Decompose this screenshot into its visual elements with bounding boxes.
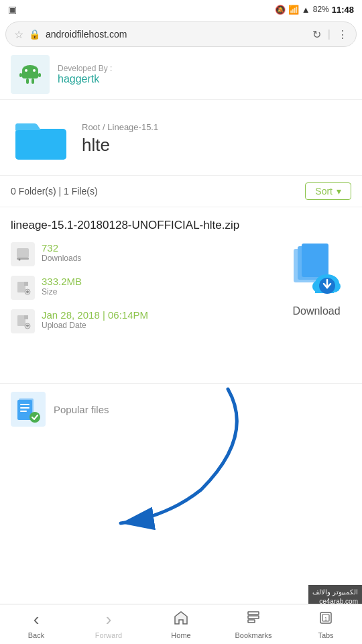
status-icons: 🔕 📶 ▲ 82% 11:48 — [275, 5, 354, 15]
popular-files-section: Popular files — [0, 383, 362, 435]
file-count-text: 0 Folder(s) | 1 File(s) — [11, 186, 98, 197]
sort-label: Sort — [315, 186, 333, 197]
breadcrumb-root[interactable]: Root — [82, 122, 100, 132]
svg-rect-33 — [20, 407, 29, 409]
size-value: 333.2MB — [42, 276, 82, 287]
upload-date-label: Upload Date — [42, 321, 148, 330]
url-text[interactable]: androidfilehost.com — [46, 29, 307, 40]
lock-icon: 🔒 — [29, 29, 40, 40]
svg-point-3 — [33, 69, 36, 72]
svg-rect-34 — [20, 411, 27, 412]
folder-icon — [11, 112, 71, 166]
download-button-container[interactable]: Download — [287, 242, 351, 317]
svg-rect-6 — [26, 78, 29, 84]
svg-point-35 — [29, 412, 40, 423]
nav-bookmarks[interactable]: Bookmarks — [217, 610, 290, 639]
home-label: Home — [171, 631, 190, 639]
back-icon: ‹ — [34, 609, 40, 630]
svg-rect-36 — [248, 612, 259, 614]
download-label: Download — [292, 305, 340, 317]
svg-rect-32 — [20, 404, 29, 405]
size-icon — [11, 276, 35, 300]
svg-point-12 — [19, 259, 21, 261]
nav-forward[interactable]: › Forward — [72, 609, 145, 639]
refresh-icon[interactable]: ↻ — [312, 28, 321, 41]
bookmarks-label: Bookmarks — [235, 631, 272, 639]
watermark-line1: الكمبيوتر والالف — [312, 588, 358, 597]
menu-icon[interactable]: ⋮ — [337, 28, 348, 41]
address-bar-actions: ↻ | ⋮ — [312, 28, 348, 41]
svg-rect-17 — [24, 315, 28, 319]
developer-name[interactable]: haggertk — [58, 73, 351, 85]
breadcrumb-subfolder[interactable]: Lineage-15.1 — [107, 122, 158, 132]
upload-date-value: Jan 28, 2018 | 06:14PM — [42, 309, 148, 321]
battery-percentage: 82% — [313, 5, 329, 14]
browser-content: Developed By : haggertk Root / Lineage-1… — [0, 50, 362, 435]
nav-tabs[interactable]: 1 Tabs — [290, 610, 362, 639]
developer-logo — [11, 55, 50, 94]
file-details-row: 732 Downloads — [11, 242, 351, 343]
file-entry: lineage-15.1-20180128-UNOFFICIAL-hlte.zi… — [0, 207, 362, 343]
developer-info: Developed By : haggertk — [58, 64, 351, 85]
wifi-icon: 📶 — [288, 5, 299, 15]
upload-date-icon — [11, 309, 35, 333]
folder-section: Root / Lineage-15.1 hlte — [0, 100, 362, 176]
meta-item-downloads: 732 Downloads — [11, 242, 287, 266]
svg-rect-7 — [32, 78, 34, 84]
svg-rect-22 — [302, 244, 328, 277]
downloads-label: Downloads — [42, 254, 81, 263]
nav-back[interactable]: ‹ Back — [0, 609, 72, 639]
file-name[interactable]: lineage-15.1-20180128-UNOFFICIAL-hlte.zi… — [11, 218, 351, 233]
status-time[interactable]: 11:48 — [332, 5, 354, 15]
file-count-row: 0 Folder(s) | 1 File(s) Sort ▾ — [0, 176, 362, 207]
download-button-icon[interactable] — [287, 242, 346, 301]
breadcrumb[interactable]: Root / Lineage-15.1 — [82, 122, 351, 132]
home-icon — [173, 610, 189, 630]
size-label: Size — [42, 287, 82, 297]
star-icon[interactable]: ☆ — [14, 28, 23, 41]
svg-rect-4 — [19, 73, 22, 77]
sort-dropdown-icon: ▾ — [337, 186, 341, 197]
meta-text-downloads: 732 Downloads — [42, 242, 81, 263]
screen-icon: ▣ — [8, 4, 17, 15]
back-label: Back — [28, 631, 44, 639]
meta-text-size: 333.2MB Size — [42, 276, 82, 297]
svg-rect-14 — [24, 282, 28, 286]
file-meta: 732 Downloads — [11, 242, 287, 343]
folder-name: hlte — [82, 135, 351, 156]
tabs-icon: 1 — [318, 610, 334, 630]
forward-icon: › — [106, 609, 112, 630]
sort-button[interactable]: Sort ▾ — [305, 182, 351, 200]
svg-rect-10 — [17, 248, 29, 258]
svg-rect-38 — [248, 620, 255, 623]
developer-section: Developed By : haggertk — [0, 50, 362, 100]
meta-text-upload-date: Jan 28, 2018 | 06:14PM Upload Date — [42, 309, 148, 330]
meta-item-upload-date: Jan 28, 2018 | 06:14PM Upload Date — [11, 309, 287, 333]
bookmarks-icon — [245, 610, 261, 630]
tabs-label: Tabs — [318, 631, 333, 639]
nav-home[interactable]: Home — [145, 610, 217, 639]
mute-icon: 🔕 — [275, 5, 286, 15]
meta-item-size: 333.2MB Size — [11, 276, 287, 300]
signal-icon: ▲ — [302, 5, 310, 15]
svg-rect-1 — [22, 70, 38, 78]
downloads-icon — [11, 242, 35, 266]
forward-label: Forward — [95, 631, 122, 639]
status-bar-left: ▣ — [8, 4, 17, 15]
svg-point-19 — [27, 325, 28, 327]
folder-info: Root / Lineage-15.1 hlte — [82, 122, 351, 156]
popular-files-label: Popular files — [54, 404, 109, 415]
divider-bar: | — [328, 28, 330, 41]
popular-file-icon — [11, 392, 46, 427]
svg-rect-9 — [15, 130, 66, 160]
svg-point-2 — [25, 69, 27, 72]
downloads-value: 732 — [42, 242, 81, 254]
svg-text:1: 1 — [324, 616, 327, 621]
developer-by-label: Developed By : — [58, 64, 351, 73]
status-bar: ▣ 🔕 📶 ▲ 82% 11:48 — [0, 0, 362, 19]
address-bar[interactable]: ☆ 🔒 androidfilehost.com ↻ | ⋮ — [5, 21, 357, 47]
svg-rect-5 — [38, 73, 41, 77]
bottom-navigation: ‹ Back › Forward Home Bookmarks 1 — [0, 604, 362, 644]
svg-rect-37 — [248, 616, 259, 619]
breadcrumb-separator: / — [100, 122, 107, 132]
